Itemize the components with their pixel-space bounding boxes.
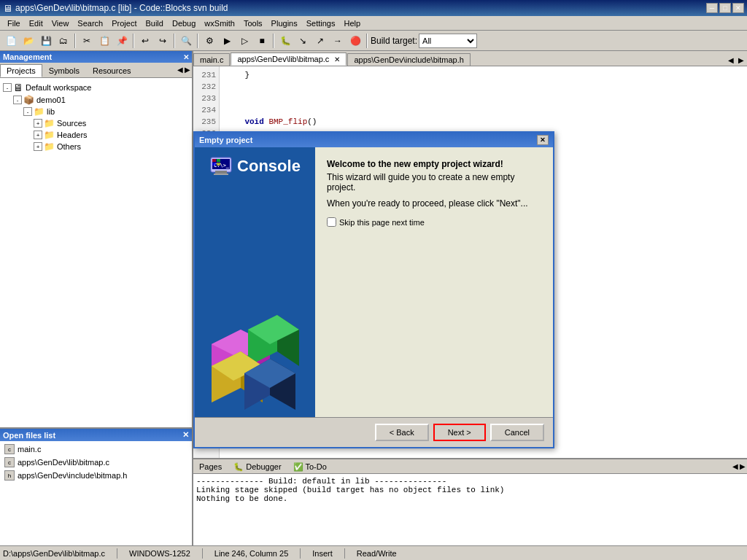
build-button[interactable]: ⚙ [201, 33, 217, 49]
menu-item-wxsmith[interactable]: wxSmith [200, 18, 239, 29]
title-bar-text: apps\GenDev\lib\bitmap.c [lib] - Code::B… [15, 3, 228, 13]
status-sep-3 [300, 548, 301, 559]
toolbar-separator-1 [74, 34, 76, 48]
menu-item-plugins[interactable]: Plugins [267, 18, 302, 29]
tree-project[interactable]: - 📦 demo01 [3, 94, 189, 106]
tab-projects[interactable]: Projects [0, 64, 42, 77]
build-line-0: -------------- Build: default in lib ---… [196, 477, 744, 486]
tab-nav-buttons: ◀ ▶ [725, 55, 747, 66]
tree-workspace-label: Default workspace [26, 83, 92, 92]
project-expand[interactable]: - [13, 96, 22, 104]
new-button[interactable]: 📄 [3, 33, 19, 49]
mgmt-nav-left[interactable]: ◀ [177, 66, 183, 76]
others-expand[interactable]: + [34, 142, 42, 151]
menu-item-build[interactable]: Build [141, 18, 167, 29]
menu-item-file[interactable]: File [3, 18, 25, 29]
editor-tab-1[interactable]: apps\GenDev\lib\bitmap.c ✕ [231, 52, 347, 66]
console-icon: C:\>_ [209, 155, 233, 178]
toolbar-separator-2 [133, 34, 134, 48]
dialog-body: C:\>_ Console [195, 147, 553, 417]
tree-project-label: demo01 [36, 96, 66, 104]
tree-others[interactable]: + 📁 Others [3, 141, 189, 152]
maximize-button[interactable]: □ [719, 3, 731, 13]
menu-item-settings[interactable]: Settings [302, 18, 340, 29]
title-bar-buttons: ─ □ ✕ [706, 3, 744, 13]
menu-item-project[interactable]: Project [107, 18, 141, 29]
open-file-item-0[interactable]: c main.c [1, 443, 190, 456]
tab-symbols[interactable]: Symbols [42, 64, 86, 77]
build-line-1: Linking stage skipped (build target has … [196, 486, 744, 494]
management-close-icon[interactable]: ✕ [183, 53, 189, 61]
toolbar-separator-4 [197, 34, 198, 48]
dialog-cubes-graphic [204, 308, 306, 410]
cancel-button[interactable]: Cancel [490, 424, 544, 441]
open-file-item-2[interactable]: h apps\GenDev\include\bitmap.h [1, 469, 190, 482]
paste-button[interactable]: 📌 [114, 33, 130, 49]
next-button[interactable]: Next > [433, 424, 486, 441]
tree-headers[interactable]: + 📁 Headers [3, 129, 189, 141]
tree-lib[interactable]: - 📁 lib [3, 106, 189, 117]
menu-item-edit[interactable]: Edit [25, 18, 47, 29]
breakpoint-button[interactable]: 🔴 [347, 33, 363, 49]
minimize-button[interactable]: ─ [706, 3, 718, 13]
search-button[interactable]: 🔍 [178, 33, 194, 49]
menu-item-search[interactable]: Search [73, 18, 107, 29]
skip-checkbox[interactable] [327, 217, 336, 227]
headers-expand[interactable]: + [34, 131, 42, 139]
menu-item-view[interactable]: View [47, 18, 74, 29]
save-all-button[interactable]: 🗂 [55, 33, 71, 49]
step-out-button[interactable]: ↗ [312, 33, 328, 49]
menu-item-tools[interactable]: Tools [239, 18, 267, 29]
tree-sources[interactable]: + 📁 Sources [3, 117, 189, 129]
debug-button[interactable]: 🐛 [277, 33, 293, 49]
editor-tab-0[interactable]: main.c [193, 53, 230, 66]
run-button[interactable]: ▶ [219, 33, 235, 49]
menu-item-debug[interactable]: Debug [168, 18, 200, 29]
bottom-tab-pages[interactable]: Pages [193, 461, 228, 473]
mgmt-nav-right[interactable]: ▶ [185, 66, 190, 76]
tab-nav-right[interactable]: ▶ [737, 56, 746, 64]
save-button[interactable]: 💾 [38, 33, 54, 49]
bottom-tab-debugger[interactable]: 🐛 Debugger [228, 461, 287, 473]
status-sep-4 [344, 548, 345, 559]
undo-button[interactable]: ↩ [137, 33, 153, 49]
build-target-select[interactable]: All [419, 34, 477, 48]
svg-rect-8 [217, 163, 220, 166]
redo-button[interactable]: ↪ [155, 33, 171, 49]
tab-nav-left[interactable]: ◀ [727, 56, 735, 64]
tree-workspace[interactable]: - 🖥 Default workspace [3, 81, 189, 94]
back-button[interactable]: < Back [375, 424, 429, 441]
open-button[interactable]: 📂 [20, 33, 36, 49]
step-in-button[interactable]: ↘ [295, 33, 311, 49]
sources-expand[interactable]: + [34, 119, 42, 128]
svg-rect-3 [214, 174, 228, 175]
lib-expand[interactable]: - [23, 107, 32, 116]
skip-label: Skip this page next time [339, 218, 425, 227]
copy-button[interactable]: 📋 [96, 33, 112, 49]
editor-tab-close-1[interactable]: ✕ [334, 55, 340, 63]
cut-button[interactable]: ✂ [79, 33, 95, 49]
workspace-expand[interactable]: - [3, 83, 12, 92]
stop-button[interactable]: ■ [254, 33, 270, 49]
tree-sources-label: Sources [57, 119, 86, 128]
open-file-name-1: apps\GenDev\lib\bitmap.c [18, 458, 109, 467]
next-line-button[interactable]: → [330, 33, 346, 49]
editor-tab-2[interactable]: apps\GenDev\include\bitmap.h [347, 53, 470, 66]
tab-resources[interactable]: Resources [86, 64, 138, 77]
bottom-nav-left[interactable]: ◀ [732, 462, 738, 472]
open-files-close-icon[interactable]: ✕ [182, 430, 189, 440]
bottom-nav-right[interactable]: ▶ [740, 462, 746, 472]
toolbar-separator-3 [174, 34, 175, 48]
dialog-right-panel: Welcome to the new empty project wizard!… [315, 147, 553, 417]
bottom-tab-todo[interactable]: ✅ To-Do [287, 461, 333, 473]
dialog-close-button[interactable]: ✕ [537, 135, 549, 145]
dialog-welcome-line2: This wizard will guide you to create a n… [327, 172, 541, 192]
build-run-button[interactable]: ▷ [236, 33, 252, 49]
debugger-icon: 🐛 [233, 462, 244, 471]
close-button[interactable]: ✕ [732, 3, 744, 13]
menu-item-help[interactable]: Help [339, 18, 365, 29]
open-file-item-1[interactable]: c apps\GenDev\lib\bitmap.c [1, 456, 190, 469]
file-icon-0: c [4, 444, 15, 454]
management-tabs: Projects Symbols Resources ◀ ▶ [0, 63, 192, 78]
open-files-title-bar: Open files list ✕ [0, 429, 192, 441]
